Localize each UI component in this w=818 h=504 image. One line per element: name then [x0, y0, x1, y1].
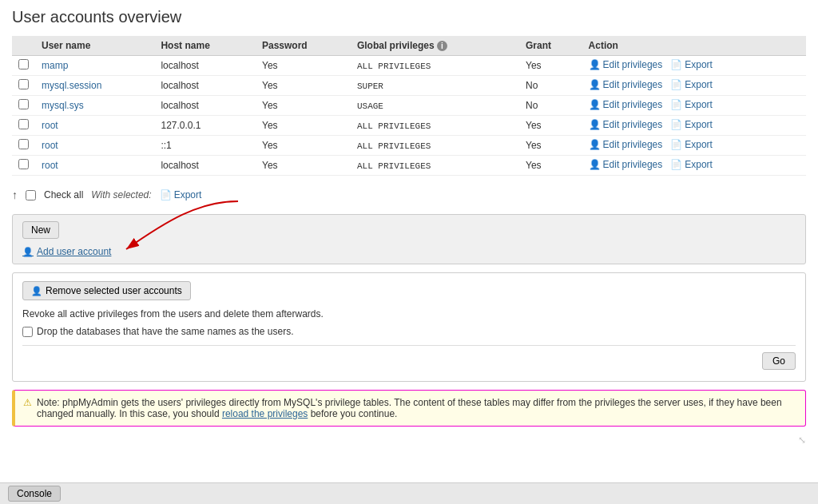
row-checkbox[interactable]: [18, 99, 29, 109]
export-icon-small: 📄: [160, 189, 172, 200]
password-cell: Yes: [256, 156, 351, 176]
grant-cell: Yes: [519, 136, 582, 156]
console-button[interactable]: Console: [8, 486, 61, 502]
action-cell: 👤 Edit privileges📄 Export: [582, 136, 806, 153]
host-cell: localhost: [154, 156, 256, 176]
grant-cell: No: [519, 96, 582, 116]
col-hostname: Host name: [154, 36, 256, 56]
action-cell: 👤 Edit privileges📄 Export: [582, 96, 806, 113]
privileges-cell: SUPER: [357, 81, 383, 91]
privileges-cell: ALL PRIVILEGES: [357, 141, 431, 151]
action-cell: 👤 Edit privileges📄 Export: [582, 56, 806, 73]
edit-privileges-link[interactable]: 👤 Edit privileges: [589, 119, 663, 130]
row-checkbox[interactable]: [18, 119, 29, 129]
console-bar: Console: [0, 482, 818, 504]
drop-db-checkbox[interactable]: [22, 327, 33, 337]
password-cell: Yes: [256, 116, 351, 136]
table-row: rootlocalhostYesALL PRIVILEGESYes👤 Edit …: [12, 156, 806, 176]
note-text: Note: phpMyAdmin gets the users' privile…: [37, 397, 797, 419]
export-link[interactable]: 📄 Export: [670, 139, 713, 150]
export-link[interactable]: 📄 Export: [670, 59, 713, 70]
privileges-cell: ALL PRIVILEGES: [357, 62, 431, 71]
edit-icon: 👤: [589, 159, 601, 170]
col-action: Action: [582, 36, 806, 56]
grant-cell: Yes: [519, 156, 582, 176]
table-row: mamplocalhostYesALL PRIVILEGESYes👤 Edit …: [12, 56, 806, 76]
note-text-after: before you continue.: [308, 408, 397, 419]
password-cell: Yes: [256, 76, 351, 96]
remove-section: Remove selected user accounts Revoke all…: [12, 272, 806, 382]
privileges-cell: ALL PRIVILEGES: [357, 121, 431, 131]
table-row: mysql.syslocalhostYesUSAGENo👤 Edit privi…: [12, 96, 806, 116]
export-icon: 📄: [670, 119, 682, 130]
drop-db-label: Drop the databases that have the same na…: [22, 326, 796, 337]
username-link[interactable]: root: [42, 160, 58, 171]
action-cell: 👤 Edit privileges📄 Export: [582, 116, 806, 133]
go-button[interactable]: Go: [762, 352, 796, 370]
grant-cell: Yes: [519, 56, 582, 76]
note-box: Note: phpMyAdmin gets the users' privile…: [12, 390, 806, 427]
privileges-cell: ALL PRIVILEGES: [357, 161, 431, 171]
col-password: Password: [256, 36, 351, 56]
edit-icon: 👤: [589, 59, 601, 70]
drop-db-text: Drop the databases that have the same na…: [37, 326, 294, 337]
username-link[interactable]: mysql.session: [42, 80, 101, 91]
username-link[interactable]: mamp: [42, 60, 68, 71]
username-link[interactable]: mysql.sys: [42, 100, 84, 111]
remove-user-icon: [31, 285, 42, 296]
edit-privileges-link[interactable]: 👤 Edit privileges: [589, 159, 663, 170]
password-cell: Yes: [256, 136, 351, 156]
password-cell: Yes: [256, 56, 351, 76]
edit-icon: 👤: [589, 99, 601, 110]
action-cell: 👤 Edit privileges📄 Export: [582, 76, 806, 93]
new-section: New Add user account: [12, 214, 806, 264]
new-button[interactable]: New: [22, 221, 59, 239]
edit-privileges-link[interactable]: 👤 Edit privileges: [589, 59, 663, 70]
export-link[interactable]: 📄 Export: [670, 99, 713, 110]
edit-privileges-link[interactable]: 👤 Edit privileges: [589, 99, 663, 110]
privileges-cell: USAGE: [357, 101, 383, 111]
remove-btn-label: Remove selected user accounts: [46, 285, 182, 296]
row-checkbox[interactable]: [18, 59, 29, 69]
row-checkbox[interactable]: [18, 139, 29, 149]
table-row: root::1YesALL PRIVILEGESYes👤 Edit privil…: [12, 136, 806, 156]
col-checkbox: [12, 36, 35, 56]
export-icon: 📄: [670, 59, 682, 70]
bottom-export-link[interactable]: 📄 Export: [160, 189, 202, 200]
note-text-before: Note: phpMyAdmin gets the users' privile…: [37, 397, 782, 419]
col-grant: Grant: [519, 36, 582, 56]
user-accounts-table: User name Host name Password Global priv…: [12, 36, 806, 176]
export-icon: 📄: [670, 99, 682, 110]
export-link[interactable]: 📄 Export: [670, 79, 713, 90]
check-all-checkbox[interactable]: [26, 190, 36, 200]
table-row: mysql.sessionlocalhostYesSUPERNo👤 Edit p…: [12, 76, 806, 96]
export-link[interactable]: 📄 Export: [670, 159, 713, 170]
resize-handle: ⤡: [12, 435, 806, 446]
row-checkbox[interactable]: [18, 79, 29, 89]
edit-icon: 👤: [589, 139, 601, 150]
row-checkbox[interactable]: [18, 159, 29, 169]
username-link[interactable]: root: [42, 120, 58, 131]
password-cell: Yes: [256, 96, 351, 116]
export-icon: 📄: [670, 159, 682, 170]
edit-icon: 👤: [589, 79, 601, 90]
table-row: root127.0.0.1YesALL PRIVILEGESYes👤 Edit …: [12, 116, 806, 136]
add-user-link[interactable]: Add user account: [22, 246, 111, 257]
username-link[interactable]: root: [42, 140, 58, 151]
with-selected-label: With selected:: [91, 189, 151, 200]
host-cell: localhost: [154, 76, 256, 96]
up-arrow-icon: ↑: [12, 189, 18, 201]
export-link[interactable]: 📄 Export: [670, 119, 713, 130]
privileges-info-icon[interactable]: i: [437, 41, 447, 51]
page-title: User accounts overview: [12, 8, 806, 26]
reload-privileges-link[interactable]: reload the privileges: [222, 408, 308, 419]
edit-icon: 👤: [589, 119, 601, 130]
host-cell: ::1: [154, 136, 256, 156]
edit-privileges-link[interactable]: 👤 Edit privileges: [589, 79, 663, 90]
grant-cell: No: [519, 76, 582, 96]
host-cell: localhost: [154, 56, 256, 76]
grant-cell: Yes: [519, 116, 582, 136]
edit-privileges-link[interactable]: 👤 Edit privileges: [589, 139, 663, 150]
warning-icon: [23, 397, 32, 408]
remove-users-button[interactable]: Remove selected user accounts: [22, 281, 191, 300]
